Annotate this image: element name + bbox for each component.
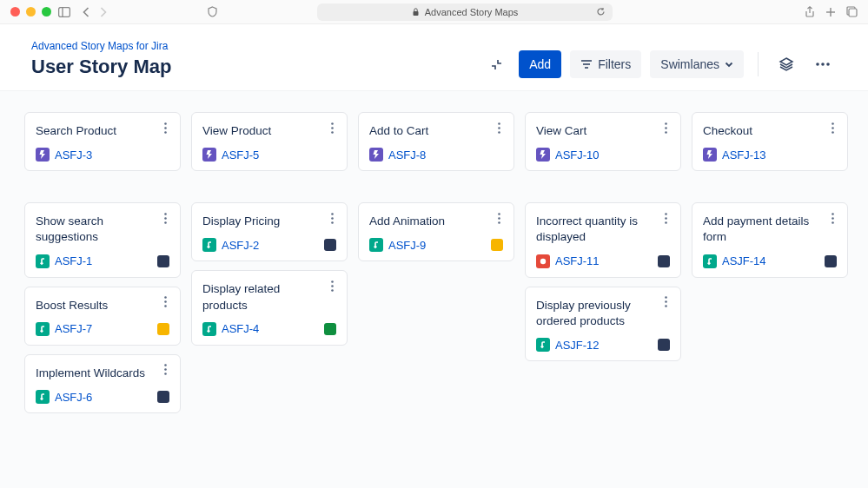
svg-point-12: [826, 63, 830, 66]
swimlanes-button[interactable]: Swimlanes: [650, 50, 744, 78]
add-button[interactable]: Add: [519, 50, 561, 78]
back-button[interactable]: [83, 7, 90, 17]
minimize-window-icon[interactable]: [26, 7, 36, 16]
card-title: Show search suggestions: [36, 214, 169, 245]
svg-point-23: [164, 369, 167, 372]
svg-point-44: [665, 217, 667, 220]
more-actions-icon[interactable]: [809, 50, 837, 78]
issue-key[interactable]: ASJF-12: [555, 339, 600, 352]
issue-key[interactable]: ASFJ-2: [222, 239, 259, 252]
story-icon: [536, 338, 550, 352]
issue-key[interactable]: ASFJ-6: [55, 391, 92, 404]
issue-key[interactable]: ASFJ-10: [555, 148, 600, 162]
svg-rect-5: [849, 9, 857, 16]
svg-point-13: [164, 122, 167, 125]
close-window-icon[interactable]: [10, 7, 20, 16]
svg-point-46: [540, 258, 546, 263]
epic-card[interactable]: View Product ASFJ-5: [191, 112, 348, 171]
story-map-board: Search Product ASFJ-3 Show search sugges…: [24, 112, 844, 413]
epic-card[interactable]: Add to Cart ASFJ-8: [358, 112, 514, 171]
story-card[interactable]: Display related products ASFJ-4: [191, 270, 348, 345]
issue-key[interactable]: ASFJ-7: [55, 322, 92, 335]
browser-chrome: Advanced Story Maps: [0, 0, 868, 24]
card-footer: ASFJ-2: [202, 238, 336, 252]
card-menu-icon[interactable]: [658, 210, 673, 226]
board-column: Add to Cart ASFJ-8 Add Animation ASFJ-9: [358, 112, 514, 261]
issue-key[interactable]: ASFJ-4: [222, 322, 259, 335]
filters-button[interactable]: Filters: [570, 50, 641, 78]
card-title: View Cart: [536, 123, 670, 139]
privacy-indicator-icon[interactable]: [207, 6, 218, 17]
card-title: Implement Wildcards: [36, 366, 169, 381]
issue-key[interactable]: ASFJ-11: [555, 254, 600, 267]
story-card[interactable]: Incorrect quantity is displayed ASFJ-11: [525, 202, 681, 277]
forward-button[interactable]: [99, 7, 107, 17]
svg-point-49: [665, 305, 667, 307]
card-footer: ASFJ-13: [703, 148, 837, 162]
svg-point-38: [498, 217, 500, 220]
board-column: Search Product ASFJ-3 Show search sugges…: [24, 112, 181, 413]
issue-key[interactable]: ASJF-14: [722, 254, 766, 267]
address-bar[interactable]: Advanced Story Maps: [317, 3, 613, 21]
card-title: View Product: [202, 123, 336, 139]
svg-point-25: [331, 122, 334, 125]
card-title: Boost Results: [36, 298, 169, 313]
svg-point-48: [665, 300, 667, 303]
breadcrumb[interactable]: Advanced Story Maps for Jira: [31, 40, 171, 52]
card-menu-icon[interactable]: [658, 120, 673, 135]
story-card[interactable]: Implement Wildcards ASFJ-6: [24, 354, 181, 413]
card-menu-icon[interactable]: [825, 210, 840, 226]
card-menu-icon[interactable]: [324, 278, 340, 293]
card-menu-icon[interactable]: [324, 210, 340, 226]
card-menu-icon[interactable]: [157, 294, 173, 310]
svg-marker-9: [780, 58, 792, 65]
svg-point-52: [832, 131, 834, 134]
layers-icon[interactable]: [772, 50, 800, 78]
issue-key[interactable]: ASFJ-5: [222, 148, 259, 162]
story-card[interactable]: Display Pricing ASFJ-2: [191, 202, 348, 261]
card-menu-icon[interactable]: [658, 294, 673, 310]
issue-key[interactable]: ASFJ-8: [388, 148, 426, 162]
story-card[interactable]: Add Animation ASFJ-9: [358, 202, 514, 261]
tabs-icon[interactable]: [846, 6, 858, 17]
issue-key[interactable]: ASFJ-13: [722, 148, 766, 162]
card-footer: ASFJ-1: [36, 254, 169, 268]
collapse-icon[interactable]: [482, 50, 510, 78]
issue-key[interactable]: ASFJ-9: [388, 239, 426, 252]
story-card[interactable]: Show search suggestions ASFJ-1: [24, 202, 181, 277]
epic-card[interactable]: View Cart ASFJ-10: [525, 112, 681, 171]
story-card[interactable]: Add payment details form ASJF-14: [692, 202, 848, 277]
card-menu-icon[interactable]: [491, 120, 507, 135]
story-card[interactable]: Boost Results ASFJ-7: [24, 287, 181, 346]
new-tab-icon[interactable]: [825, 6, 836, 17]
card-menu-icon[interactable]: [157, 210, 173, 226]
svg-point-35: [498, 127, 500, 129]
card-menu-icon[interactable]: [157, 120, 173, 135]
page-header: Advanced Story Maps for Jira User Story …: [0, 24, 868, 91]
reload-icon[interactable]: [596, 7, 606, 16]
card-menu-icon[interactable]: [324, 120, 340, 135]
card-title: Display Pricing: [202, 214, 336, 229]
card-menu-icon[interactable]: [825, 120, 840, 135]
epic-card[interactable]: Search Product ASFJ-3: [24, 112, 181, 171]
story-icon: [202, 238, 216, 252]
maximize-window-icon[interactable]: [42, 7, 51, 16]
svg-point-30: [331, 221, 334, 224]
card-menu-icon[interactable]: [157, 362, 173, 378]
share-icon[interactable]: [805, 6, 815, 17]
card-menu-icon[interactable]: [491, 210, 507, 226]
svg-point-26: [331, 127, 334, 129]
svg-point-51: [832, 127, 834, 129]
story-card[interactable]: Display previously ordered products ASJF…: [525, 287, 681, 361]
issue-key[interactable]: ASFJ-3: [55, 148, 92, 162]
filters-label: Filters: [598, 57, 631, 71]
svg-point-29: [331, 217, 334, 220]
card-title: Add Animation: [369, 214, 503, 229]
card-title: Display related products: [202, 281, 336, 313]
sidebar-toggle-icon[interactable]: [58, 7, 70, 17]
epic-card[interactable]: Checkout ASFJ-13: [692, 112, 848, 171]
issue-key[interactable]: ASFJ-1: [55, 254, 92, 267]
card-title: Incorrect quantity is displayed: [536, 214, 670, 245]
card-footer: ASFJ-8: [369, 148, 503, 162]
story-icon: [36, 254, 50, 268]
